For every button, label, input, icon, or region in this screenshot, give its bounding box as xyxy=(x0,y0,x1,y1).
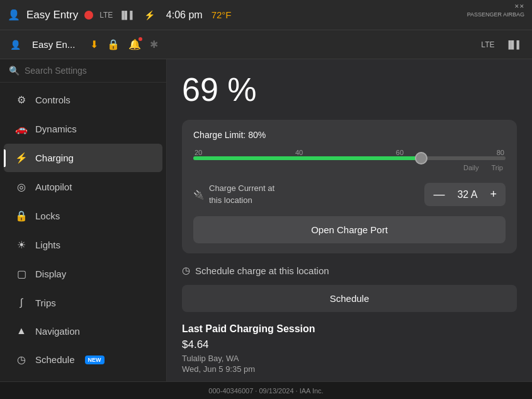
download-icon[interactable]: ⬇ xyxy=(90,38,98,50)
lock-nav-icon[interactable]: 🔒 xyxy=(107,38,120,50)
charge-current-text: Charge Current at this location xyxy=(209,183,274,205)
sidebar: 🔍 ⚙ Controls 🚗 Dynamics ⚡ Charging ◎ xyxy=(0,59,167,381)
slider-sub-labels: Daily Trip xyxy=(193,164,506,171)
charge-limit-label: Charge Limit: 80% xyxy=(193,130,506,140)
sidebar-item-dynamics[interactable]: 🚗 Dynamics xyxy=(4,115,162,143)
main-content: 🔍 ⚙ Controls 🚗 Dynamics ⚡ Charging ◎ xyxy=(0,59,532,381)
signal-bars: ▐▌▌ xyxy=(119,11,135,20)
airbag-icon: ✕✕ xyxy=(467,3,524,11)
daily-label: Daily xyxy=(463,164,478,171)
clock: 4:06 pm xyxy=(166,9,203,21)
sidebar-menu: ⚙ Controls 🚗 Dynamics ⚡ Charging ◎ Autop… xyxy=(0,85,166,381)
bottom-bar: 000-40346007 · 09/13/2024 · IAA Inc. xyxy=(0,381,532,399)
locks-icon: 🔒 xyxy=(15,210,28,222)
slider-mark-20: 20 xyxy=(195,149,202,156)
schedule-title: ◷ Schedule charge at this location xyxy=(182,265,517,276)
search-input[interactable] xyxy=(25,66,157,76)
search-bar[interactable]: 🔍 xyxy=(0,59,166,83)
status-bar: 👤 Easy Entry LTE ▐▌▌ ⚡ 4:06 pm 72°F ✕✕ P… xyxy=(0,0,532,30)
schedule-clock-icon: ◷ xyxy=(182,265,190,276)
slider-track[interactable] xyxy=(193,156,506,160)
signal-right: ▐▌▌ xyxy=(506,40,522,49)
app-title: Easy Entry xyxy=(26,9,78,21)
charge-current-left: 🔌 Charge Current at this location xyxy=(193,183,274,205)
temperature: 72°F xyxy=(212,9,232,20)
charge-decrease-button[interactable]: — xyxy=(433,188,444,201)
nav-bar: 👤 Easy En... ⬇ 🔒 🔔 ✱ LTE ▐▌▌ xyxy=(0,30,532,59)
slider-mark-80: 80 xyxy=(497,149,504,156)
charge-slider-container[interactable]: 20 40 60 80 Daily Trip xyxy=(193,149,506,171)
sidebar-item-display[interactable]: ▢ Display xyxy=(4,260,162,288)
sidebar-item-lights[interactable]: ☀ Lights xyxy=(4,231,162,259)
nav-icons: ⬇ 🔒 🔔 ✱ xyxy=(90,38,158,50)
sidebar-item-trips[interactable]: ∫ Trips xyxy=(4,289,162,316)
sidebar-item-navigation[interactable]: ▲ Navigation xyxy=(4,317,162,345)
slider-mark-60: 60 xyxy=(396,149,404,156)
session-location: Tulalip Bay, WA xyxy=(182,354,517,363)
passenger-airbag: ✕✕ PASSENGER AIRBAG xyxy=(467,3,524,18)
session-date: Wed, Jun 5 9:35 pm xyxy=(182,364,517,374)
plug-icon: 🔌 xyxy=(193,190,204,200)
charge-current-row: 🔌 Charge Current at this location — 32 A… xyxy=(193,180,506,209)
slider-fill xyxy=(193,156,421,160)
last-session: Last Paid Charging Session $4.64 Tulalip… xyxy=(182,323,517,374)
charge-current-value: 32 A xyxy=(455,189,480,200)
sidebar-item-locks[interactable]: 🔒 Locks xyxy=(4,202,162,230)
slider-labels: 20 40 60 80 xyxy=(193,149,506,156)
sidebar-item-autopilot[interactable]: ◎ Autopilot xyxy=(4,173,162,201)
lte-right: LTE xyxy=(481,40,494,49)
nav-title: Easy En... xyxy=(32,39,75,50)
sidebar-item-schedule[interactable]: ◷ Schedule NEW xyxy=(4,345,162,374)
record-dot xyxy=(84,11,93,20)
slider-thumb[interactable] xyxy=(415,152,427,165)
autopilot-icon: ◎ xyxy=(15,181,28,193)
dynamics-icon: 🚗 xyxy=(15,123,28,135)
schedule-button[interactable]: Schedule xyxy=(182,285,517,312)
lights-icon: ☀ xyxy=(15,239,28,251)
new-badge: NEW xyxy=(85,356,105,364)
charging-icon: ⚡ xyxy=(15,152,28,164)
sidebar-item-controls[interactable]: ⚙ Controls xyxy=(4,86,162,114)
bell-icon[interactable]: 🔔 xyxy=(128,38,141,50)
session-amount: $4.64 xyxy=(182,338,517,351)
sidebar-item-charging[interactable]: ⚡ Charging xyxy=(4,144,162,172)
bottom-bar-text: 000-40346007 · 09/13/2024 · IAA Inc. xyxy=(208,387,323,395)
charge-percent: 69 % xyxy=(182,71,517,108)
controls-icon: ⚙ xyxy=(15,94,28,106)
slider-mark-40: 40 xyxy=(295,149,303,156)
content-panel: 69 % Charge Limit: 80% 20 40 60 80 Daily… xyxy=(167,59,532,381)
charge-increase-button[interactable]: + xyxy=(490,188,497,201)
search-icon: 🔍 xyxy=(9,66,20,76)
lte-badge: LTE xyxy=(99,11,113,20)
active-indicator xyxy=(4,149,6,167)
bluetooth-icon[interactable]: ✱ xyxy=(150,38,158,50)
nav-profile-icon: 👤 xyxy=(10,40,21,50)
battery-icon: ⚡ xyxy=(144,10,155,20)
charge-control: — 32 A + xyxy=(424,183,506,206)
schedule-section: ◷ Schedule charge at this location Sched… xyxy=(182,265,517,312)
profile-icon: 👤 xyxy=(8,9,20,21)
display-icon: ▢ xyxy=(15,268,28,280)
charge-card: Charge Limit: 80% 20 40 60 80 Daily Trip xyxy=(182,120,517,253)
last-session-title: Last Paid Charging Session xyxy=(182,323,517,335)
trips-icon: ∫ xyxy=(15,297,28,308)
schedule-icon: ◷ xyxy=(15,354,28,366)
navigation-icon: ▲ xyxy=(15,325,28,337)
trip-label: Trip xyxy=(491,164,503,171)
open-charge-port-button[interactable]: Open Charge Port xyxy=(193,216,506,243)
sidebar-item-safety[interactable]: ℹ Safety xyxy=(4,374,162,381)
